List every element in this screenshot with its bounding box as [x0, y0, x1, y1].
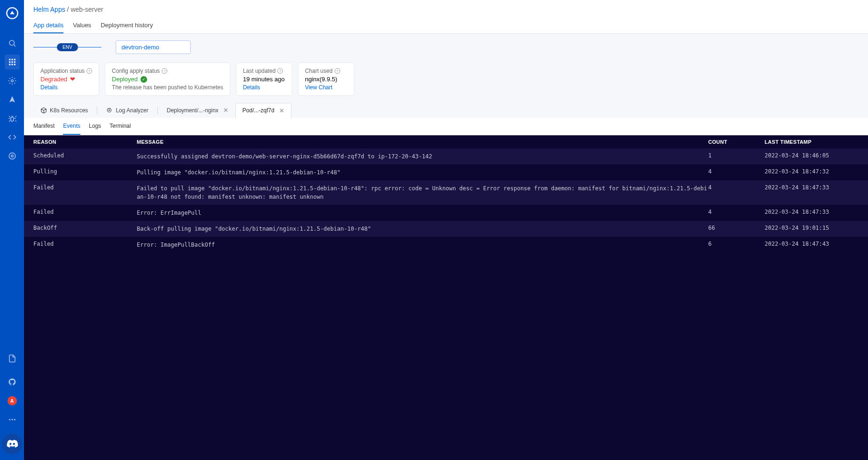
- view-chart-link[interactable]: View Chart: [305, 84, 347, 91]
- breadcrumb: Helm Apps / web-server: [33, 6, 859, 13]
- event-reason: Scheduled: [33, 152, 137, 159]
- close-icon[interactable]: ✕: [223, 107, 228, 114]
- tab-app-details[interactable]: App details: [33, 18, 63, 33]
- resource-tabs: K8s Resources Log Analyzer Deployment/..…: [24, 102, 868, 118]
- svg-rect-5: [9, 62, 10, 63]
- event-reason: Pulling: [33, 168, 137, 175]
- sub-tab-events[interactable]: Events: [63, 118, 80, 135]
- col-count: COUNT: [708, 139, 765, 145]
- event-reason: BackOff: [33, 225, 137, 231]
- search-icon[interactable]: [5, 36, 20, 51]
- svg-point-16: [11, 419, 13, 421]
- svg-rect-3: [11, 59, 13, 60]
- sidebar-bottom: A: [2, 349, 23, 454]
- event-message: Pulling image "docker.io/bitnami/nginx:1…: [137, 168, 708, 177]
- event-ts: 2022-03-24 18:47:43: [765, 241, 859, 247]
- svg-rect-8: [9, 64, 10, 65]
- event-message: Successfully assigned devtron-demo/web-s…: [137, 152, 708, 161]
- close-icon[interactable]: ✕: [279, 107, 284, 114]
- event-message: Failed to pull image "docker.io/bitnami/…: [137, 184, 708, 201]
- tab-pod[interactable]: Pod/...-zqf7d ✕: [235, 103, 291, 118]
- event-count: 1: [708, 152, 765, 159]
- env-label: ENV: [57, 43, 78, 51]
- sub-tab-logs[interactable]: Logs: [89, 118, 101, 135]
- env-select[interactable]: devtron-demo: [116, 40, 191, 54]
- analyze-icon: [106, 107, 113, 114]
- event-row: FailedError: ImagePullBackOff62022-03-24…: [24, 237, 868, 253]
- main-content: Helm Apps / web-server App details Value…: [24, 0, 868, 460]
- breadcrumb-root[interactable]: Helm Apps: [33, 6, 65, 13]
- event-row: FailedError: ErrImagePull42022-03-24 18:…: [24, 205, 868, 221]
- breadcrumb-current: web-server: [70, 6, 103, 13]
- tab-values[interactable]: Values: [73, 18, 91, 33]
- check-icon: ✓: [141, 76, 147, 83]
- sub-tabs: Manifest Events Logs Terminal: [24, 118, 868, 135]
- last-updated-details-link[interactable]: Details: [243, 84, 285, 91]
- card-config-status: Config apply status? Deployed✓ The relea…: [105, 62, 230, 96]
- status-cards: Application status? Degraded❤ Details Co…: [24, 62, 868, 102]
- discord-icon[interactable]: [2, 434, 23, 454]
- code-icon[interactable]: [5, 130, 20, 145]
- deploy-icon[interactable]: [5, 92, 20, 107]
- svg-point-15: [9, 419, 10, 421]
- events-table: REASON MESSAGE COUNT LAST TIMESTAMP Sche…: [24, 135, 868, 460]
- svg-point-13: [11, 155, 13, 157]
- event-count: 4: [708, 168, 765, 175]
- svg-rect-4: [14, 59, 15, 60]
- col-message: MESSAGE: [137, 139, 708, 145]
- svg-point-17: [14, 419, 15, 421]
- heart-broken-icon: ❤: [70, 76, 75, 83]
- event-ts: 2022-03-24 18:46:05: [765, 152, 859, 159]
- event-reason: Failed: [33, 209, 137, 215]
- events-header: REASON MESSAGE COUNT LAST TIMESTAMP: [24, 135, 868, 148]
- sub-tab-terminal[interactable]: Terminal: [109, 118, 131, 135]
- cube-icon: [40, 107, 47, 114]
- config-icon[interactable]: [5, 148, 20, 164]
- top-tabs: App details Values Deployment history: [33, 18, 859, 33]
- svg-rect-12: [11, 117, 14, 121]
- svg-rect-6: [11, 62, 13, 63]
- svg-rect-10: [14, 64, 15, 65]
- col-reason: REASON: [33, 139, 137, 145]
- event-ts: 2022-03-24 18:47:33: [765, 184, 859, 191]
- more-icon[interactable]: [5, 412, 20, 427]
- tab-deployment-history[interactable]: Deployment history: [101, 18, 153, 33]
- svg-rect-7: [14, 62, 15, 63]
- help-icon[interactable]: ?: [86, 68, 92, 74]
- event-reason: Failed: [33, 184, 137, 191]
- apps-icon[interactable]: [5, 55, 20, 70]
- card-app-status: Application status? Degraded❤ Details: [33, 62, 99, 96]
- help-icon[interactable]: ?: [162, 68, 167, 74]
- help-icon[interactable]: ?: [335, 68, 340, 74]
- svg-rect-9: [11, 64, 13, 65]
- document-icon[interactable]: [5, 351, 20, 366]
- svg-point-1: [9, 40, 15, 46]
- event-message: Back-off pulling image "docker.io/bitnam…: [137, 225, 708, 233]
- env-section: ENV devtron-demo: [24, 34, 868, 62]
- svg-point-11: [11, 80, 13, 82]
- gear-icon[interactable]: [5, 73, 20, 88]
- event-message: Error: ImagePullBackOff: [137, 241, 708, 249]
- github-icon[interactable]: [5, 374, 20, 390]
- logo-icon: [6, 7, 19, 20]
- tab-deployment[interactable]: Deployment/...-nginx ✕: [160, 102, 235, 118]
- app-status-details-link[interactable]: Details: [40, 84, 92, 91]
- event-reason: Failed: [33, 241, 137, 247]
- tab-log-analyzer[interactable]: Log Analyzer: [99, 103, 155, 118]
- event-ts: 2022-03-24 18:47:32: [765, 168, 859, 175]
- event-ts: 2022-03-24 19:01:15: [765, 225, 859, 231]
- event-count: 4: [708, 209, 765, 215]
- bug-icon[interactable]: [5, 111, 20, 126]
- tab-k8s-resources[interactable]: K8s Resources: [33, 103, 95, 118]
- sub-tab-manifest[interactable]: Manifest: [33, 118, 55, 135]
- admin-badge[interactable]: A: [8, 396, 17, 405]
- event-message: Error: ErrImagePull: [137, 209, 708, 217]
- page-header: Helm Apps / web-server App details Value…: [24, 0, 868, 34]
- sidebar: A: [0, 0, 24, 460]
- card-chart-used: Chart used? nginx(9.9.5) View Chart: [298, 62, 354, 96]
- event-row: BackOffBack-off pulling image "docker.io…: [24, 221, 868, 237]
- svg-rect-2: [9, 59, 10, 60]
- help-icon[interactable]: ?: [277, 68, 283, 74]
- svg-point-14: [9, 153, 16, 159]
- event-row: ScheduledSuccessfully assigned devtron-d…: [24, 148, 868, 164]
